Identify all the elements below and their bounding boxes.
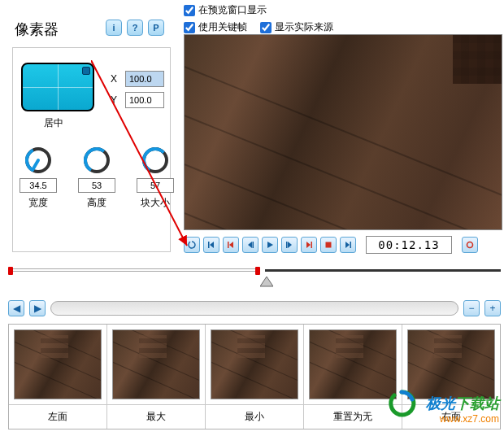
playhead-icon[interactable] xyxy=(260,277,273,290)
thumbnail-scrollbar[interactable] xyxy=(50,301,458,316)
preset-thumbnails: 左面 最大 最小 重置为无 右面 xyxy=(8,324,501,429)
checkbox-show-in-preview-label: 在预览窗口显示 xyxy=(198,3,267,17)
preset-label: 最小 xyxy=(206,404,303,429)
minus-icon: − xyxy=(468,303,474,314)
preset-label: 最大 xyxy=(107,404,205,429)
step-back-button[interactable] xyxy=(242,237,259,253)
svg-point-14 xyxy=(467,242,473,248)
extra-button[interactable] xyxy=(462,237,478,253)
x-input[interactable] xyxy=(125,71,164,87)
chevron-left-icon: ◀ xyxy=(13,303,20,314)
blocksize-dial[interactable] xyxy=(141,146,170,175)
preset-reset[interactable]: 重置为无 xyxy=(304,325,402,429)
preset-min[interactable]: 最小 xyxy=(206,325,304,429)
prev-keyframe-button[interactable] xyxy=(223,237,239,253)
svg-rect-9 xyxy=(253,242,254,248)
center-position-widget[interactable] xyxy=(21,63,94,111)
info-button[interactable]: i xyxy=(106,20,122,36)
svg-rect-8 xyxy=(228,242,229,248)
plus-icon: + xyxy=(489,303,495,314)
height-value[interactable]: 53 xyxy=(78,178,115,193)
checkbox-show-in-preview[interactable]: 在预览窗口显示 xyxy=(184,3,267,17)
preview-image xyxy=(185,35,502,229)
parameter-panel: 居中 X Y 34.5 宽度 53 高度 57 块大小 xyxy=(12,47,171,252)
width-label: 宽度 xyxy=(28,196,48,210)
play-button[interactable] xyxy=(262,237,278,253)
record-button[interactable] xyxy=(320,237,337,253)
panel-title: 像素器 xyxy=(15,20,59,39)
preset-label: 重置为无 xyxy=(304,404,402,429)
checkbox-use-keyframes-input[interactable] xyxy=(184,22,195,33)
checkbox-show-in-preview-input[interactable] xyxy=(184,5,195,16)
zoom-out-button[interactable]: − xyxy=(463,300,480,316)
step-forward-button[interactable] xyxy=(281,237,298,253)
scroll-right-button[interactable]: ▶ xyxy=(29,300,46,316)
x-label: X xyxy=(111,73,120,85)
blocksize-label: 块大小 xyxy=(141,196,170,210)
y-label: Y xyxy=(111,94,120,106)
center-label: 居中 xyxy=(44,116,63,130)
width-value[interactable]: 34.5 xyxy=(20,178,57,193)
preset-right[interactable]: 右面 xyxy=(402,325,500,429)
go-end-button[interactable] xyxy=(340,237,356,253)
p-button[interactable]: P xyxy=(148,20,164,36)
timecode-display[interactable]: 00:12.13 xyxy=(366,236,452,254)
timeline[interactable] xyxy=(8,262,501,286)
timeline-track[interactable] xyxy=(265,269,501,272)
width-dial[interactable] xyxy=(24,146,53,175)
preset-label: 左面 xyxy=(9,404,106,429)
preset-left[interactable]: 左面 xyxy=(9,325,107,429)
timeline-range[interactable] xyxy=(8,268,260,272)
blocksize-value[interactable]: 57 xyxy=(137,178,174,193)
next-keyframe-button[interactable] xyxy=(301,237,317,253)
scroll-left-button[interactable]: ◀ xyxy=(8,300,24,316)
checkbox-show-actual-source[interactable]: 显示实际来源 xyxy=(260,20,333,34)
y-input[interactable] xyxy=(125,92,164,108)
svg-rect-13 xyxy=(350,242,352,248)
checkbox-use-keyframes-label: 使用关键帧 xyxy=(198,20,247,34)
svg-rect-10 xyxy=(286,242,288,248)
svg-rect-7 xyxy=(208,242,210,248)
svg-rect-11 xyxy=(311,242,313,248)
checkbox-show-actual-source-input[interactable] xyxy=(260,22,272,33)
preset-label: 右面 xyxy=(402,404,500,429)
go-start-button[interactable] xyxy=(203,237,219,253)
preset-max[interactable]: 最大 xyxy=(107,325,206,429)
help-button[interactable]: ? xyxy=(127,20,143,36)
height-label: 高度 xyxy=(87,196,106,210)
checkbox-use-keyframes[interactable]: 使用关键帧 xyxy=(184,20,247,34)
preview-viewport[interactable] xyxy=(184,34,502,230)
zoom-in-button[interactable]: + xyxy=(484,300,501,316)
height-dial[interactable] xyxy=(82,146,111,175)
chevron-right-icon: ▶ xyxy=(34,303,41,314)
checkbox-show-actual-source-label: 显示实际来源 xyxy=(275,20,333,34)
loop-button[interactable] xyxy=(184,237,200,253)
svg-rect-12 xyxy=(326,242,332,248)
center-handle[interactable] xyxy=(82,67,90,75)
